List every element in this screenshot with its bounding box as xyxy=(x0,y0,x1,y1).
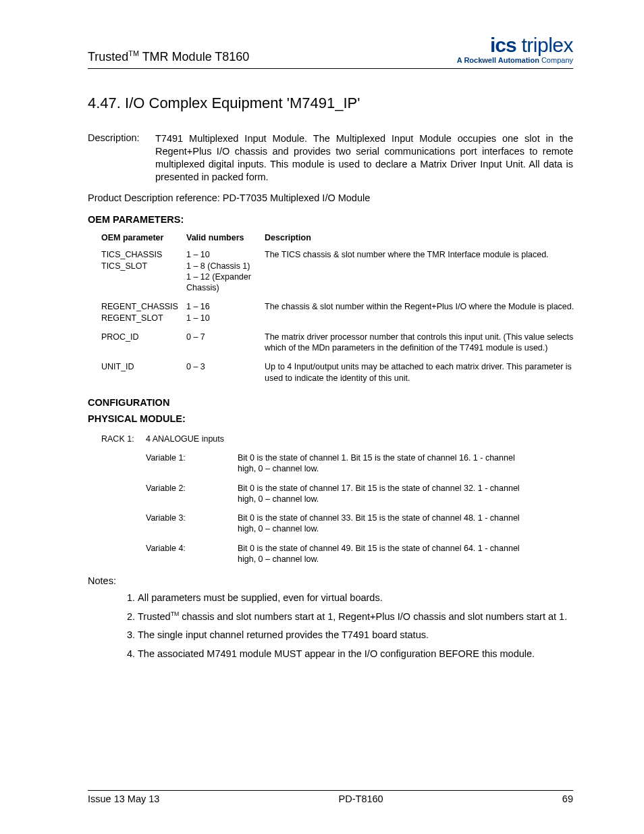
list-item: The single input channel returned provid… xyxy=(138,629,573,642)
logo: ics triplex A Rockwell Automation Compan… xyxy=(457,35,573,68)
oem-header-row: OEM parameter Valid numbers Description xyxy=(101,230,587,245)
oem-valid: 0 – 7 xyxy=(186,328,265,358)
footer-right: 69 xyxy=(562,793,573,804)
list-item: TrustedTM chassis and slot numbers start… xyxy=(138,610,573,624)
logo-main: ics triplex xyxy=(457,35,573,55)
oem-heading: OEM PARAMETERS: xyxy=(88,214,573,225)
header-product: TrustedTM TMR Module T8160 xyxy=(88,49,249,68)
notes-list: All parameters must be supplied, even fo… xyxy=(122,592,573,660)
logo-sub-bold: A Rockwell Automation xyxy=(457,56,541,64)
description-text: T7491 Multiplexed Input Module. The Mult… xyxy=(155,132,573,183)
rack-table: RACK 1: 4 ANALOGUE inputs Variable 1: Bi… xyxy=(101,429,532,569)
config-heading: CONFIGURATION xyxy=(88,397,573,408)
variable-desc: Bit 0 is the state of channel 33. Bit 15… xyxy=(238,509,532,539)
oem-desc: The TICS chassis & slot number where the… xyxy=(265,245,587,297)
page: TrustedTM TMR Module T8160 ics triplex A… xyxy=(0,0,644,834)
description-label: Description: xyxy=(88,132,155,183)
page-header: TrustedTM TMR Module T8160 ics triplex A… xyxy=(88,35,573,69)
list-item: The associated M7491 module MUST appear … xyxy=(138,648,573,661)
table-row: PROC_ID 0 – 7 The matrix driver processo… xyxy=(101,328,587,358)
oem-param: TICS_CHASSIS TICS_SLOT xyxy=(101,245,186,297)
rack-label: RACK 1: xyxy=(101,429,146,448)
logo-bold: ics xyxy=(490,34,516,56)
variable-label: Variable 3: xyxy=(146,509,238,539)
oem-valid: 1 – 10 1 – 8 (Chassis 1) 1 – 12 (Expande… xyxy=(186,245,265,297)
oem-header-valid: Valid numbers xyxy=(186,230,265,245)
table-row: REGENT_CHASSIS REGENT_SLOT 1 – 16 1 – 10… xyxy=(101,297,587,328)
logo-sub: A Rockwell Automation Company xyxy=(457,57,573,64)
table-row: Variable 3: Bit 0 is the state of channe… xyxy=(101,509,532,539)
header-product-sup: TM xyxy=(128,49,139,57)
oem-valid: 0 – 3 xyxy=(186,357,265,388)
variable-label: Variable 2: xyxy=(146,479,238,509)
page-footer: Issue 13 May 13 PD-T8160 69 xyxy=(88,790,573,804)
table-row: TICS_CHASSIS TICS_SLOT 1 – 10 1 – 8 (Cha… xyxy=(101,245,587,297)
table-row: RACK 1: 4 ANALOGUE inputs xyxy=(101,429,532,448)
logo-sub-light: Company xyxy=(541,56,573,64)
variable-desc: Bit 0 is the state of channel 49. Bit 15… xyxy=(238,539,532,569)
rack-desc: 4 ANALOGUE inputs xyxy=(146,429,532,448)
footer-left: Issue 13 May 13 xyxy=(88,793,159,804)
oem-desc: The matrix driver processor number that … xyxy=(265,328,587,358)
variable-label: Variable 1: xyxy=(146,448,238,479)
description-row: Description: T7491 Multiplexed Input Mod… xyxy=(88,132,573,183)
oem-param: PROC_ID xyxy=(101,328,186,358)
oem-table: OEM parameter Valid numbers Description … xyxy=(101,230,587,388)
oem-desc: The chassis & slot number within the Reg… xyxy=(265,297,587,328)
oem-desc: Up to 4 Input/output units may be attach… xyxy=(265,357,587,388)
reference-line: Product Description reference: PD-T7035 … xyxy=(88,192,573,203)
table-row: Variable 1: Bit 0 is the state of channe… xyxy=(101,448,532,479)
physical-module-heading: PHYSICAL MODULE: xyxy=(88,413,573,424)
oem-header-desc: Description xyxy=(265,230,587,245)
list-item: All parameters must be supplied, even fo… xyxy=(138,592,573,605)
header-product-suffix: TMR Module T8160 xyxy=(139,50,249,63)
table-row: Variable 2: Bit 0 is the state of channe… xyxy=(101,479,532,509)
variable-label: Variable 4: xyxy=(146,539,238,569)
oem-header-param: OEM parameter xyxy=(101,230,186,245)
footer-center: PD-T8160 xyxy=(339,793,383,804)
oem-param: REGENT_CHASSIS REGENT_SLOT xyxy=(101,297,186,328)
variable-desc: Bit 0 is the state of channel 17. Bit 15… xyxy=(238,479,532,509)
table-row: Variable 4: Bit 0 is the state of channe… xyxy=(101,539,532,569)
oem-valid: 1 – 16 1 – 10 xyxy=(186,297,265,328)
variable-desc: Bit 0 is the state of channel 1. Bit 15 … xyxy=(238,448,532,479)
section-title: 4.47. I/O Complex Equipment 'M7491_IP' xyxy=(88,95,573,112)
header-product-prefix: Trusted xyxy=(88,50,128,63)
logo-light: triplex xyxy=(516,34,573,56)
notes-label: Notes: xyxy=(88,575,573,586)
table-row: UNIT_ID 0 – 3 Up to 4 Input/output units… xyxy=(101,357,587,388)
oem-param: UNIT_ID xyxy=(101,357,186,388)
